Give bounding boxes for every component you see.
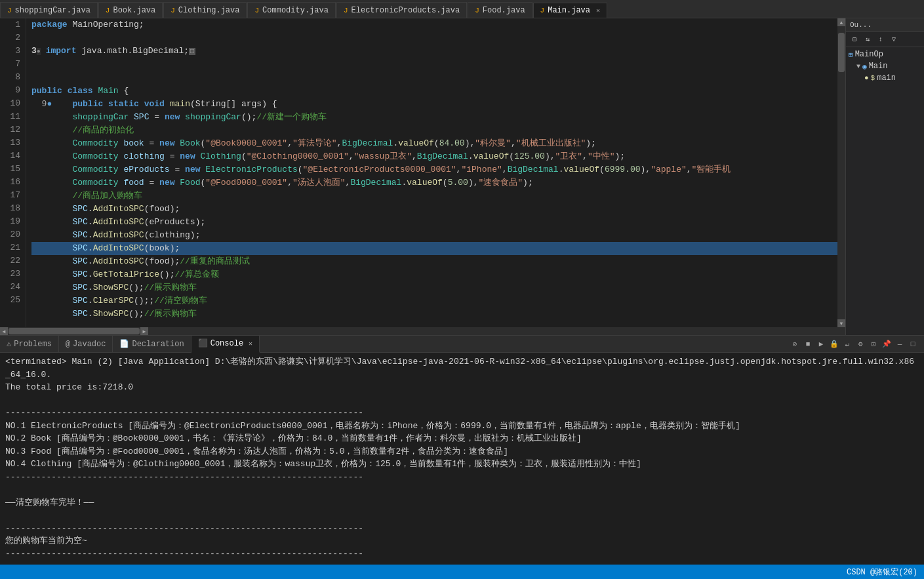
tab-commodity[interactable]: J Commodity.java [247,2,335,18]
tab-book[interactable]: J Book.java [98,2,163,18]
console-blank-3 [5,509,919,522]
horizontal-scrollbar[interactable]: ◀ ▶ [0,327,845,335]
console-output[interactable]: <terminated> Main (2) [Java Application]… [0,353,924,565]
tab-label: Declaration [132,340,184,349]
outline-toolbar: ⊟ ⇆ ↕ ▽ [846,32,924,47]
scroll-right-icon[interactable]: ▶ [140,327,148,335]
tab-main[interactable]: J Main.java ✕ [533,3,607,18]
javadoc-icon: @ [66,340,70,349]
code-line-4 [31,58,837,71]
code-line-9: 9● public static void main(String[] args… [31,98,837,111]
code-line-3: 3● import java.math.BigDecimal;□ [31,45,837,58]
expand-arrow-icon: ▼ [856,63,860,70]
outline-panel: Ou... ⊟ ⇆ ↕ ▽ ⊞ MainOp ▼ ◉ Main ● $ main [845,18,924,335]
code-line-11: //商品的初始化 [31,124,837,137]
line-num: 2 [7,31,20,45]
scrollbar-thumb[interactable] [838,33,845,72]
outline-tree: ⊞ MainOp ▼ ◉ Main ● $ main [846,47,924,335]
outline-item-main-method[interactable]: ● $ main [846,72,924,84]
console-separator-2: ----------------------------------------… [5,471,919,484]
outline-title: Ou... [850,21,872,29]
minimize-icon[interactable]: — [894,338,906,350]
tab-label: Commodity.java [262,6,329,15]
console-separator-3: ----------------------------------------… [5,522,919,535]
filter-icon[interactable]: ▽ [888,33,900,45]
file-icon: J [475,7,479,14]
line-num: 15 [7,163,20,176]
code-line-20: SPC.AddIntoSPC(book); [31,242,837,255]
close-console-icon[interactable]: ✕ [249,340,252,348]
console-output-line: The total price is:7218.0 [5,381,919,394]
code-line-13: Commodity clothing = new Clothing("@Clot… [31,150,837,163]
console-output-no3: NO.3 Food [商品编号为：@Food0000_0001，食品名称为：汤达… [5,445,919,458]
file-icon: J [540,7,545,14]
tab-label: shoppingCar.java [15,6,90,15]
line-num: 7 [7,58,20,71]
package-icon: ⊞ [849,50,853,59]
close-tab-icon[interactable]: ✕ [596,7,600,14]
static-icon: $ [871,74,875,82]
code-line-12: Commodity book = new Book("@Book0000_000… [31,137,837,150]
tab-declaration[interactable]: 📄 Declaration [113,336,191,353]
link-editor-icon[interactable]: ⇆ [862,33,874,45]
line-num: 10 [7,97,20,110]
line-num: 11 [7,110,20,123]
word-wrap-icon[interactable]: ↵ [841,338,853,350]
line-num: 12 [7,123,20,136]
code-line-14: Commodity eProducts = new ElectronicProd… [31,163,837,176]
tab-shoppingcar[interactable]: J shoppingCar.java [0,2,98,18]
line-num: 3 [7,45,20,58]
outline-item-mainop[interactable]: ⊞ MainOp [846,49,924,60]
tab-label: Console [211,339,243,348]
sort-icon[interactable]: ↕ [875,33,887,45]
line-num: 8 [7,71,20,84]
editor-scroll[interactable]: 1 2 3 7 8 9 10 11 12 13 14 15 16 17 18 [0,18,845,327]
file-icon: J [344,7,348,14]
line-num: 24 [7,281,20,294]
line-num: 16 [7,176,20,189]
editor-container: 1 2 3 7 8 9 10 11 12 13 14 15 16 17 18 [0,18,845,335]
outline-item-main-class[interactable]: ▼ ◉ Main [846,60,924,72]
h-scrollbar-thumb[interactable] [9,328,140,334]
scroll-down-icon[interactable]: ▼ [837,319,845,327]
scroll-lock-icon[interactable]: 🔒 [828,338,840,350]
status-bar: CSDN @骆银宏(20) [0,565,924,579]
bottom-tab-bar: ⚠ Problems @ Javadoc 📄 Declaration ⬛ Con… [0,336,924,353]
line-num: 20 [7,228,20,241]
console-separator-4: ----------------------------------------… [5,548,919,561]
code-line-1: package MainOperating; [31,18,837,31]
line-num: 21 [7,241,20,254]
tab-clothing[interactable]: J Clothing.java [163,2,247,18]
code-line-7 [31,71,837,85]
collapse-all-icon[interactable]: ⊟ [849,33,860,45]
console-output-no4: NO.4 Clothing [商品编号为：@Clothing0000_0001，… [5,458,919,471]
outline-item-label: MainOp [855,50,883,59]
terminate-icon[interactable]: ■ [802,338,814,350]
tab-problems[interactable]: ⚠ Problems [0,336,59,353]
console-toolbar: ⊘ ■ ▶ 🔒 ↵ ⚙ ⊡ 📌 — □ [789,338,924,350]
tab-electronicproducts[interactable]: J ElectronicProducts.java [336,2,467,18]
tab-food[interactable]: J Food.java [468,2,532,18]
tab-javadoc[interactable]: @ Javadoc [59,336,113,353]
clear-console-icon[interactable]: ⊘ [789,338,801,350]
tab-label: Problems [14,340,52,349]
scroll-up-icon[interactable]: ▲ [837,18,845,26]
code-line-19: SPC.AddIntoSPC(clothing); [31,229,837,242]
vertical-scrollbar[interactable]: ▲ ▼ [837,18,845,327]
tab-label: Main.java [548,6,590,15]
maximize-icon[interactable]: □ [907,338,919,350]
tab-console[interactable]: ⬛ Console ✕ [191,336,260,353]
pin-icon[interactable]: 📌 [881,338,893,350]
file-icon: J [254,7,259,14]
run-icon[interactable]: ▶ [815,338,827,350]
tab-label: Food.java [483,6,525,15]
code-area[interactable]: package MainOperating; 3● import java.ma… [26,18,837,327]
problems-icon: ⚠ [7,339,11,349]
file-icon: J [171,7,175,14]
code-line-23: SPC.ShowSPC();//展示购物车 [31,281,837,294]
line-num: 22 [7,254,20,268]
scroll-left-icon[interactable]: ◀ [0,327,8,335]
settings-icon[interactable]: ⚙ [854,338,866,350]
line-num: 9 [7,84,20,97]
new-window-icon[interactable]: ⊡ [868,338,879,350]
